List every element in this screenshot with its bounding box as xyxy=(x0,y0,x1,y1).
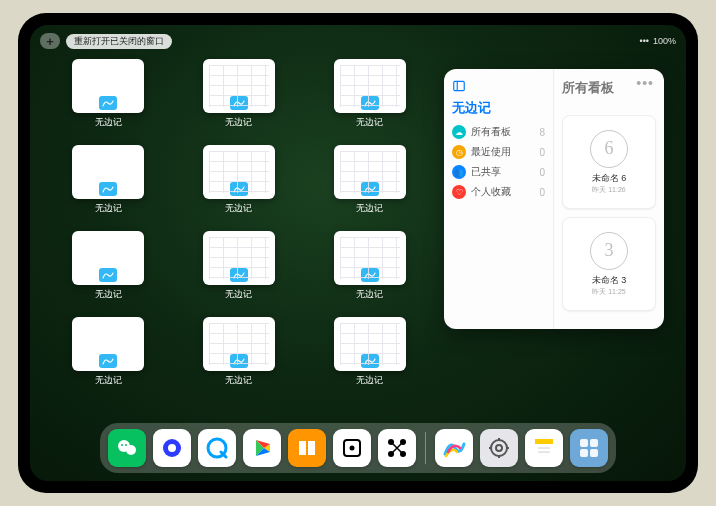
freeform-app-icon xyxy=(230,96,248,110)
svg-rect-29 xyxy=(580,439,588,447)
thumbnail-preview xyxy=(72,145,144,199)
popover-left-title: 无边记 xyxy=(452,99,545,117)
thumbnail-label: 无边记 xyxy=(356,288,383,301)
category-row[interactable]: ☁所有看板8 xyxy=(452,125,545,139)
new-window-button[interactable]: + xyxy=(40,33,60,49)
category-label: 个人收藏 xyxy=(471,185,511,199)
svg-point-14 xyxy=(350,446,355,451)
window-thumbnails-grid: 无边记无边记无边记无边记无边记无边记无边记无边记无边记无边记无边记无边记 xyxy=(52,59,426,417)
svg-rect-0 xyxy=(454,81,465,90)
window-thumbnail[interactable]: 无边记 xyxy=(52,145,165,217)
freeform-app-icon xyxy=(361,268,379,282)
dock-app-dice[interactable] xyxy=(333,429,371,467)
freeform-app-icon xyxy=(230,182,248,196)
reopen-closed-window-pill[interactable]: 重新打开已关闭的窗口 xyxy=(66,34,172,49)
thumbnail-preview xyxy=(72,231,144,285)
category-label: 最近使用 xyxy=(471,145,511,159)
freeform-app-icon xyxy=(99,268,117,282)
dock-app-notes[interactable] xyxy=(525,429,563,467)
board-card[interactable]: 6未命名 6昨天 11:26 xyxy=(562,115,656,209)
popover-sidebar: 无边记 ☁所有看板8◷最近使用0👥已共享0♡个人收藏0 xyxy=(444,69,554,329)
thumbnail-label: 无边记 xyxy=(356,202,383,215)
thumbnail-label: 无边记 xyxy=(95,288,122,301)
thumbnail-preview xyxy=(203,145,275,199)
thumbnail-label: 无边记 xyxy=(225,116,252,129)
category-label: 已共享 xyxy=(471,165,501,179)
category-count: 0 xyxy=(539,147,545,158)
category-label: 所有看板 xyxy=(471,125,511,139)
thumbnail-preview xyxy=(72,317,144,371)
board-sketch-icon: 6 xyxy=(590,130,628,168)
status-indicators: ••• 100% xyxy=(640,36,676,46)
sidebar-icon xyxy=(452,79,466,93)
thumbnail-label: 无边记 xyxy=(356,116,383,129)
category-icon: ♡ xyxy=(452,185,466,199)
thumbnail-label: 无边记 xyxy=(95,116,122,129)
window-thumbnail[interactable]: 无边记 xyxy=(183,231,296,303)
thumbnail-label: 无边记 xyxy=(95,374,122,387)
dock-app-qqbrowser[interactable] xyxy=(198,429,236,467)
dock-app-settings[interactable] xyxy=(480,429,518,467)
signal-icon: ••• xyxy=(640,36,649,46)
thumbnail-label: 无边记 xyxy=(95,202,122,215)
freeform-app-icon xyxy=(361,182,379,196)
freeform-app-icon xyxy=(99,182,117,196)
freeform-popover: ••• 无边记 ☁所有看板8◷最近使用0👥已共享0♡个人收藏0 所有看板 6未命… xyxy=(444,69,664,329)
window-thumbnail[interactable]: 无边记 xyxy=(313,317,426,389)
svg-point-3 xyxy=(126,445,136,455)
dock-app-freeform[interactable] xyxy=(435,429,473,467)
dock-app-wechat[interactable] xyxy=(108,429,146,467)
thumbnail-preview xyxy=(334,59,406,113)
board-timestamp: 昨天 11:25 xyxy=(592,287,625,297)
window-thumbnail[interactable]: 无边记 xyxy=(313,231,426,303)
dock-app-nodes[interactable] xyxy=(378,429,416,467)
board-name: 未命名 3 xyxy=(592,274,627,287)
thumbnail-preview xyxy=(203,59,275,113)
dock xyxy=(100,423,616,473)
thumbnail-label: 无边记 xyxy=(225,374,252,387)
board-sketch-icon: 3 xyxy=(590,232,628,270)
category-row[interactable]: 👥已共享0 xyxy=(452,165,545,179)
more-icon[interactable]: ••• xyxy=(636,75,654,91)
dock-app-books[interactable] xyxy=(288,429,326,467)
window-thumbnail[interactable]: 无边记 xyxy=(183,145,296,217)
dock-separator xyxy=(425,432,426,464)
category-icon: 👥 xyxy=(452,165,466,179)
multitask-area: 无边记无边记无边记无边记无边记无边记无边记无边记无边记无边记无边记无边记 •••… xyxy=(52,59,664,417)
thumbnail-label: 无边记 xyxy=(225,288,252,301)
thumbnail-preview xyxy=(72,59,144,113)
category-count: 0 xyxy=(539,167,545,178)
category-row[interactable]: ◷最近使用0 xyxy=(452,145,545,159)
battery-text: 100% xyxy=(653,36,676,46)
dock-app-play[interactable] xyxy=(243,429,281,467)
thumbnail-preview xyxy=(203,231,275,285)
thumbnail-preview xyxy=(334,231,406,285)
thumbnail-label: 无边记 xyxy=(356,374,383,387)
window-thumbnail[interactable]: 无边记 xyxy=(313,59,426,131)
thumbnail-preview xyxy=(203,317,275,371)
category-row[interactable]: ♡个人收藏0 xyxy=(452,185,545,199)
dock-app-quark[interactable] xyxy=(153,429,191,467)
board-name: 未命名 6 xyxy=(592,172,627,185)
freeform-app-icon xyxy=(361,96,379,110)
thumbnail-preview xyxy=(334,145,406,199)
freeform-app-icon xyxy=(230,268,248,282)
top-bar: + 重新打开已关闭的窗口 ••• 100% xyxy=(40,31,676,51)
svg-rect-25 xyxy=(535,439,553,444)
category-count: 8 xyxy=(539,127,545,138)
window-thumbnail[interactable]: 无边记 xyxy=(52,59,165,131)
dock-app-app-library[interactable] xyxy=(570,429,608,467)
category-icon: ◷ xyxy=(452,145,466,159)
window-thumbnail[interactable]: 无边记 xyxy=(52,231,165,303)
window-thumbnail[interactable]: 无边记 xyxy=(52,317,165,389)
window-thumbnail[interactable]: 无边记 xyxy=(183,59,296,131)
svg-point-19 xyxy=(491,440,507,456)
window-thumbnail[interactable]: 无边记 xyxy=(183,317,296,389)
category-count: 0 xyxy=(539,187,545,198)
svg-point-4 xyxy=(121,444,123,446)
window-thumbnail[interactable]: 无边记 xyxy=(313,145,426,217)
board-timestamp: 昨天 11:26 xyxy=(592,185,625,195)
svg-rect-32 xyxy=(590,449,598,457)
screen: + 重新打开已关闭的窗口 ••• 100% 无边记无边记无边记无边记无边记无边记… xyxy=(30,25,686,481)
board-card[interactable]: 3未命名 3昨天 11:25 xyxy=(562,217,656,311)
